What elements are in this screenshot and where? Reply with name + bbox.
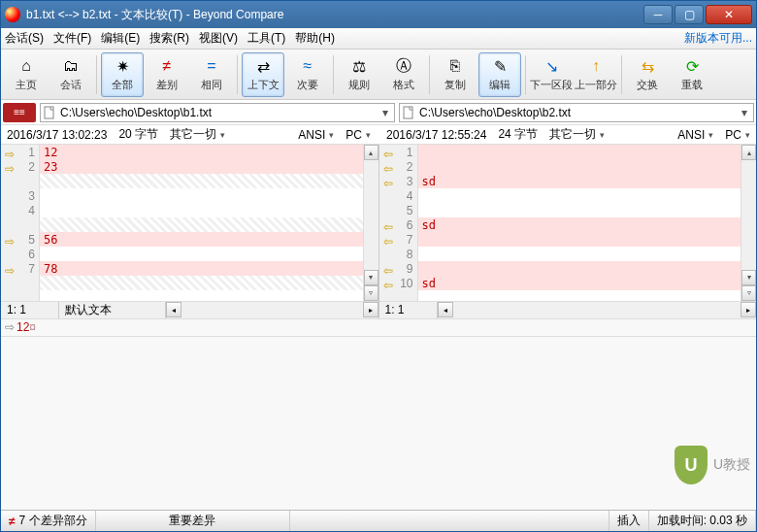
diff-line[interactable]: sd: [418, 217, 741, 232]
diff-line[interactable]: sd: [418, 174, 741, 188]
diff-line[interactable]: [40, 217, 363, 232]
diff-line[interactable]: [418, 145, 741, 159]
right-path-text: C:\Users\echo\Desktop\b2.txt: [419, 106, 738, 119]
diff-line[interactable]: 78: [40, 261, 363, 276]
load-time: 加载时间: 0.03 秒: [649, 511, 756, 531]
arrow-left-icon: [383, 264, 395, 274]
left-filter-drop[interactable]: 其它一切: [164, 126, 231, 143]
reload-button[interactable]: ⟳重载: [671, 52, 713, 97]
minor-button[interactable]: ≈次要: [286, 52, 329, 97]
svg-rect-1: [404, 107, 412, 118]
watermark-text: U教授: [713, 456, 750, 474]
diff-line[interactable]: [418, 188, 741, 203]
path-bar: ≡≡ C:\Users\echo\Desktop\b1.txt ▾ C:\Use…: [1, 100, 756, 125]
close-button[interactable]: ✕: [706, 5, 752, 24]
line-number: 9: [379, 261, 417, 276]
edit-icon: ✎: [490, 56, 510, 76]
scroll-up-icon[interactable]: ▴: [741, 145, 756, 160]
diff-line[interactable]: [418, 247, 741, 261]
scroll-end-icon[interactable]: ▿: [741, 285, 756, 301]
swap-button[interactable]: ⇆交换: [626, 52, 669, 97]
left-platform-drop[interactable]: PC: [340, 128, 377, 142]
copy-button[interactable]: ⎘复制: [434, 52, 477, 97]
left-path-combo[interactable]: C:\Users\echo\Desktop\b1.txt ▾: [40, 103, 395, 122]
format-button[interactable]: Ⓐ格式: [382, 52, 425, 97]
left-vscroll[interactable]: ▴ ▾ ▿: [363, 145, 378, 301]
right-vscroll[interactable]: ▴ ▾ ▿: [741, 145, 756, 301]
right-gutter: 12345678910: [379, 145, 418, 301]
left-encoding-drop[interactable]: ANSI: [292, 128, 340, 142]
diff-line[interactable]: [40, 203, 363, 217]
chevron-down-icon[interactable]: ▾: [378, 106, 392, 119]
diff-line[interactable]: [418, 261, 741, 276]
diff-button[interactable]: ≠差别: [146, 52, 188, 97]
diff-line[interactable]: 56: [40, 232, 363, 247]
scroll-down-icon[interactable]: ▾: [364, 270, 378, 285]
session-button[interactable]: 🗂会话: [49, 52, 92, 97]
edit-button[interactable]: ✎编辑: [478, 52, 521, 97]
line-number: 1: [1, 145, 39, 159]
line-number: 5: [379, 203, 417, 217]
edit-line[interactable]: ⇨ 12 ¤: [1, 318, 756, 336]
diff-panes: 1234567 12235678 ▴ ▾ ▿ 1: 1 默认文本 ◂▸ 1234…: [1, 145, 756, 318]
line-number: 3: [379, 174, 417, 188]
menu-session[interactable]: 会话(S): [5, 30, 44, 47]
diff-line[interactable]: [418, 159, 741, 174]
menu-tools[interactable]: 工具(T): [247, 30, 285, 47]
all-button[interactable]: ✷全部: [101, 52, 144, 97]
diff-line[interactable]: [418, 203, 741, 217]
diff-line[interactable]: [40, 247, 363, 261]
same-button[interactable]: =相同: [190, 52, 233, 97]
diff-line[interactable]: sd: [418, 276, 741, 290]
diff-line[interactable]: [418, 232, 741, 247]
folder-icon: 🗂: [61, 56, 81, 76]
line-number: 1: [379, 145, 417, 159]
app-icon: [5, 7, 20, 22]
arrow-up-icon: ↑: [586, 56, 606, 76]
menu-help[interactable]: 帮助(H): [295, 30, 335, 47]
file-icon: [402, 106, 415, 119]
right-path-combo[interactable]: C:\Users\echo\Desktop\b2.txt ▾: [399, 103, 754, 122]
minimize-button[interactable]: ─: [643, 5, 673, 24]
context-button[interactable]: ⇄上下文: [242, 52, 284, 97]
menu-view[interactable]: 视图(V): [199, 30, 238, 47]
menu-file[interactable]: 文件(F): [53, 30, 91, 47]
diff-line[interactable]: [40, 174, 363, 188]
left-content[interactable]: 12235678: [40, 145, 363, 301]
arrow-left-icon: [383, 162, 395, 172]
right-content[interactable]: sdsdsd: [418, 145, 741, 301]
arrow-right-icon: [5, 264, 16, 274]
line-number: 4: [379, 188, 417, 203]
scroll-down-icon[interactable]: ▾: [741, 270, 756, 285]
menu-edit[interactable]: 编辑(E): [101, 30, 140, 47]
left-pane: 1234567 12235678 ▴ ▾ ▿ 1: 1 默认文本 ◂▸: [1, 145, 379, 318]
arrow-left-icon: [383, 148, 395, 157]
prev-section-button[interactable]: ↑上一部分: [575, 52, 617, 97]
menu-search[interactable]: 搜索(R): [149, 30, 189, 47]
diff-line[interactable]: 12: [40, 145, 363, 159]
edit-text: 12: [16, 320, 29, 334]
right-pane: 12345678910 sdsdsd ▴ ▾ ▿ 1: 1 ◂▸: [379, 145, 757, 318]
left-mode: 默认文本: [59, 302, 166, 318]
next-section-button[interactable]: ↘下一区段: [530, 52, 573, 97]
scroll-up-icon[interactable]: ▴: [364, 145, 378, 160]
equal-icon: =: [202, 56, 221, 76]
format-icon: Ⓐ: [394, 56, 413, 76]
scroll-end-icon[interactable]: ▿: [364, 285, 378, 301]
rules-button[interactable]: ⚖规则: [338, 52, 380, 97]
maximize-button[interactable]: ▢: [675, 5, 704, 24]
new-version-link[interactable]: 新版本可用...: [684, 30, 752, 47]
right-encoding-drop[interactable]: ANSI: [672, 128, 719, 142]
diff-line[interactable]: [40, 188, 363, 203]
home-button[interactable]: ⌂主页: [5, 52, 48, 97]
left-hscroll[interactable]: ◂▸: [166, 302, 378, 318]
right-platform-drop[interactable]: PC: [719, 128, 756, 142]
diff-line[interactable]: [40, 276, 363, 290]
right-hscroll[interactable]: ◂▸: [438, 302, 757, 318]
line-number: 8: [379, 247, 417, 261]
pilcrow-icon: ¤: [29, 320, 36, 334]
line-number: 4: [1, 203, 39, 217]
diff-line[interactable]: 23: [40, 159, 363, 174]
right-filter-drop[interactable]: 其它一切: [543, 126, 610, 143]
chevron-down-icon[interactable]: ▾: [738, 106, 751, 119]
